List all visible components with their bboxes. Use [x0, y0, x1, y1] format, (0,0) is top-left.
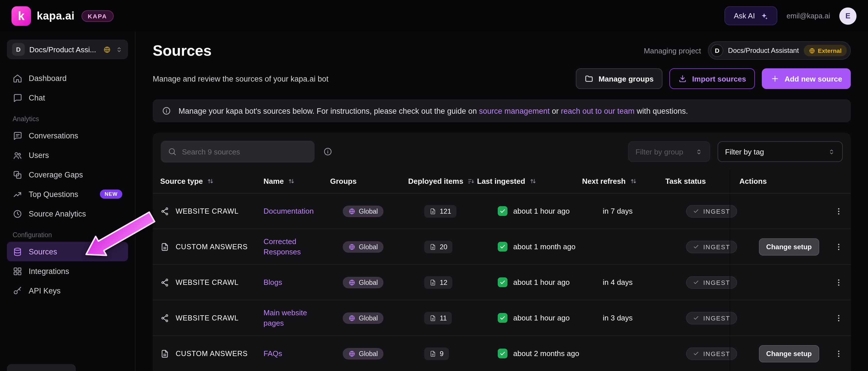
change-setup-button[interactable]: Change setup [758, 238, 819, 255]
ask-ai-button[interactable]: Ask AI [724, 6, 777, 25]
globe-icon [348, 314, 355, 321]
table-row: WEBSITE CRAWL Blogs Global 12 about 1 ho… [153, 265, 851, 300]
search-input[interactable] [182, 147, 308, 156]
sidebar-item-dashboard[interactable]: Dashboard [7, 68, 128, 88]
filter-by-tag-select[interactable]: Filter by tag [718, 141, 843, 162]
row-menu-kebab-icon[interactable] [834, 207, 843, 216]
deployed-items-pill: 9 [424, 347, 448, 360]
source-name-link[interactable]: Blogs [264, 277, 282, 287]
download-icon [678, 74, 687, 83]
add-new-source-button[interactable]: Add new source [762, 68, 851, 89]
search-box [161, 141, 315, 162]
source-name-link[interactable]: Documentation [264, 206, 314, 216]
chevron-up-down-icon [828, 148, 835, 155]
ingest-success-check [498, 277, 507, 287]
external-badge: External [803, 45, 847, 56]
sidebar-item-coverage-gaps[interactable]: Coverage Gaps [7, 165, 128, 184]
coverage-gaps-icon [12, 170, 22, 180]
sort-descending-icon [467, 178, 475, 185]
document-icon [429, 314, 436, 321]
change-setup-button[interactable]: Change setup [758, 345, 819, 362]
managing-project-pill[interactable]: D Docs/Product Assistant External [708, 41, 851, 60]
row-menu-kebab-icon[interactable] [834, 242, 843, 251]
sidebar-item-sources[interactable]: Sources [7, 242, 128, 261]
blocks-icon [12, 266, 22, 276]
manage-groups-button[interactable]: Manage groups [576, 68, 662, 89]
group-badge: Global [343, 312, 384, 323]
clock-icon [12, 209, 22, 218]
globe-icon [348, 279, 355, 286]
source-name-link[interactable]: Main website pages [264, 308, 323, 328]
sidebar-item-api-keys[interactable]: API Keys [7, 281, 128, 300]
chevron-up-down-icon [695, 148, 703, 155]
source-type-cell: CUSTOM ANSWERS [160, 349, 264, 358]
check-icon [693, 208, 699, 214]
project-name: Docs/Product Assistant [728, 47, 799, 55]
search-icon [167, 147, 177, 156]
row-menu-kebab-icon[interactable] [834, 313, 843, 322]
column-header-name[interactable]: Name [264, 177, 330, 185]
house-icon [12, 73, 22, 83]
sitemap-icon [160, 278, 169, 287]
group-badge: Global [343, 205, 384, 217]
column-header-next-refresh[interactable]: Next refresh [582, 177, 665, 185]
source-type-cell: WEBSITE CRAWL [160, 278, 264, 287]
sidebar-item-chat[interactable]: Chat [7, 88, 128, 107]
source-type-cell: WEBSITE CRAWL [160, 313, 264, 322]
source-name-link[interactable]: FAQs [264, 348, 282, 359]
main-content: Sources Managing project D Docs/Product … [135, 32, 868, 371]
table-row: CUSTOM ANSWERS FAQs Global 9 about 2 mon… [153, 336, 851, 371]
new-badge: NEW [100, 189, 122, 199]
filter-by-group-select[interactable]: Filter by group [628, 141, 710, 162]
document-icon [429, 243, 436, 250]
check-icon [693, 244, 699, 250]
column-header-source-type[interactable]: Source type [160, 177, 264, 185]
globe-icon [348, 208, 355, 215]
import-sources-button[interactable]: Import sources [669, 68, 755, 89]
ingest-success-check [498, 206, 507, 216]
document-icon [160, 349, 169, 358]
user-email: emil@kapa.ai [786, 12, 830, 20]
search-info-icon[interactable] [323, 147, 332, 156]
sort-icon [207, 178, 214, 185]
column-header-task-status: Task status [665, 177, 730, 185]
trending-up-icon [12, 189, 22, 199]
user-avatar[interactable]: E [839, 7, 857, 24]
deployed-items-pill: 20 [424, 240, 453, 253]
sidebar: D Docs/Product Assi... Dashboard Chat An… [0, 32, 135, 371]
page-title: Sources [153, 41, 212, 60]
next-refresh-value: in 4 days [603, 278, 632, 286]
column-header-last-ingested[interactable]: Last ingested [477, 177, 582, 185]
source-name-link[interactable]: Corrected Responses [264, 237, 323, 257]
reach-out-link[interactable]: reach out to our team [561, 106, 634, 115]
sidebar-item-top-questions[interactable]: Top Questions NEW [7, 184, 128, 204]
project-selector[interactable]: D Docs/Product Assi... [7, 40, 128, 59]
sources-table-card: Filter by group Filter by tag Source typ… [153, 133, 851, 371]
sidebar-item-integrations[interactable]: Integrations [7, 261, 128, 281]
project-initial-badge: D [12, 43, 25, 56]
sort-icon [288, 178, 296, 185]
sidebar-item-source-analytics[interactable]: Source Analytics [7, 204, 128, 223]
row-menu-kebab-icon[interactable] [834, 278, 843, 287]
ingest-success-check [498, 313, 507, 323]
row-menu-kebab-icon[interactable] [834, 349, 843, 358]
table-row: CUSTOM ANSWERS Corrected Responses Globa… [153, 229, 851, 265]
document-icon [429, 279, 436, 286]
table-row: WEBSITE CRAWL Documentation Global 121 a… [153, 193, 851, 229]
sidebar-item-conversations[interactable]: Conversations [7, 126, 128, 145]
project-initial-badge: D [711, 44, 723, 57]
check-icon [693, 279, 699, 285]
ingest-success-check [498, 242, 507, 251]
section-label-configuration: Configuration [12, 231, 122, 238]
sort-icon [529, 178, 537, 185]
sitemap-icon [160, 313, 169, 322]
kapa-logo[interactable]: k [11, 6, 31, 26]
check-icon [693, 350, 699, 357]
column-header-deployed-items[interactable]: Deployed items [408, 177, 477, 185]
next-refresh-value: in 7 days [603, 207, 632, 215]
sidebar-item-users[interactable]: Users [7, 145, 128, 165]
source-management-link[interactable]: source management [479, 106, 550, 115]
users-icon [12, 150, 22, 160]
app-window: k kapa.ai KAPA Ask AI emil@kapa.ai E D D… [0, 0, 868, 371]
source-type-cell: CUSTOM ANSWERS [160, 242, 264, 251]
